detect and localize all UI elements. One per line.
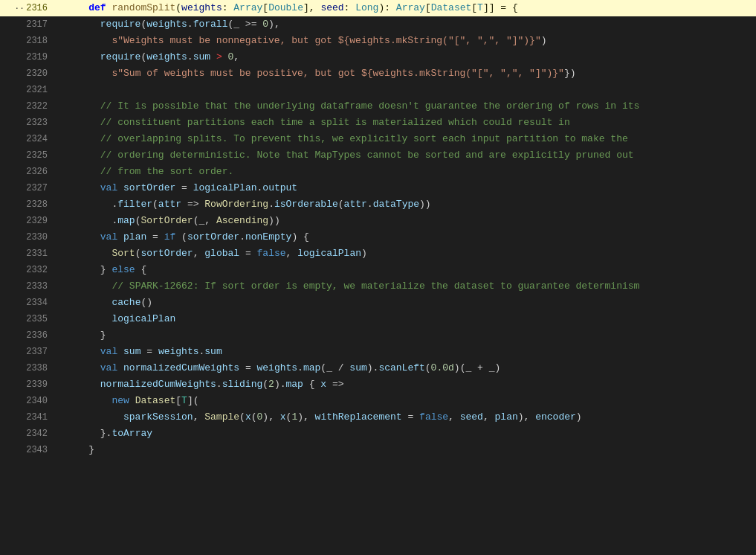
line-number-2326: 2326 bbox=[26, 164, 54, 180]
code-line-2337: 2337 val sum = weights.sum bbox=[0, 344, 756, 360]
line-gutter-2321: 2321 bbox=[0, 82, 59, 98]
line-gutter-2316: ·· 2316 bbox=[0, 0, 59, 16]
line-gutter-2327: 2327 bbox=[0, 180, 59, 196]
line-gutter-2324: 2324 bbox=[0, 131, 59, 147]
line-number-2338: 2338 bbox=[26, 360, 54, 376]
line-content-2337: val sum = weights.sum bbox=[59, 344, 756, 360]
code-line-2333: 2333 // SPARK-12662: If sort order is em… bbox=[0, 278, 756, 295]
code-editor: ·· 2316 def randomSplit(weights: Array[D… bbox=[0, 0, 756, 555]
line-content-2336: } bbox=[59, 327, 756, 344]
code-line-2319: 2319 require(weights.sum > 0, bbox=[0, 49, 756, 65]
line-gutter-2330: 2330 bbox=[0, 229, 59, 246]
line-number-2328: 2328 bbox=[26, 196, 54, 213]
line-number-2340: 2340 bbox=[26, 393, 54, 409]
line-content-2334: cache() bbox=[59, 295, 756, 311]
line-number-2316: 2316 bbox=[26, 0, 54, 16]
line-gutter-2322: 2322 bbox=[0, 98, 59, 115]
line-gutter-2334: 2334 bbox=[0, 295, 59, 311]
line-content-2320: s"Sum of weights must be positive, but g… bbox=[59, 65, 756, 82]
code-line-2326: 2326 // from the sort order. bbox=[0, 164, 756, 180]
line-content-2342: }.toArray bbox=[59, 426, 756, 442]
line-number-2334: 2334 bbox=[26, 295, 54, 311]
line-content-2335: logicalPlan bbox=[59, 311, 756, 327]
line-content-2317: require(weights.forall(_ >= 0), bbox=[59, 16, 756, 33]
line-gutter-2328: 2328 bbox=[0, 196, 59, 213]
line-content-2339: normalizedCumWeights.sliding(2).map { x … bbox=[59, 376, 756, 393]
line-number-2319: 2319 bbox=[26, 49, 54, 65]
line-gutter-2332: 2332 bbox=[0, 262, 59, 278]
code-line-2341: 2341 sparkSession, Sample(x(0), x(1), wi… bbox=[0, 409, 756, 426]
line-gutter-2335: 2335 bbox=[0, 311, 59, 327]
code-line-2330: 2330 val plan = if (sortOrder.nonEmpty) … bbox=[0, 229, 756, 246]
line-content-2330: val plan = if (sortOrder.nonEmpty) { bbox=[59, 229, 756, 246]
line-number-2330: 2330 bbox=[26, 229, 54, 246]
line-gutter-2317: 2317 bbox=[0, 16, 59, 33]
line-gutter-2326: 2326 bbox=[0, 164, 59, 180]
code-line-2338: 2338 val normalizedCumWeights = weights.… bbox=[0, 360, 756, 376]
line-gutter-2319: 2319 bbox=[0, 49, 59, 65]
code-line-2334: 2334 cache() bbox=[0, 295, 756, 311]
code-line-2328: 2328 .filter(attr => RowOrdering.isOrder… bbox=[0, 196, 756, 213]
line-gutter-2338: 2338 bbox=[0, 360, 59, 376]
line-number-2329: 2329 bbox=[26, 213, 54, 229]
line-gutter-2339: 2339 bbox=[0, 376, 59, 393]
code-line-2331: 2331 Sort(sortOrder, global = false, log… bbox=[0, 246, 756, 262]
line-content-2333: // SPARK-12662: If sort order is empty, … bbox=[59, 278, 756, 295]
line-number-2333: 2333 bbox=[26, 278, 54, 295]
line-content-2325: // ordering deterministic. Note that Map… bbox=[59, 147, 756, 164]
line-number-2341: 2341 bbox=[26, 409, 54, 426]
code-line-2324: 2324 // overlapping splits. To prevent t… bbox=[0, 131, 756, 147]
line-gutter-2331: 2331 bbox=[0, 246, 59, 262]
code-line-2343: 2343 } bbox=[0, 442, 756, 458]
line-content-2319: require(weights.sum > 0, bbox=[59, 49, 756, 65]
code-line-2321: 2321 bbox=[0, 82, 756, 98]
code-line-2317: 2317 require(weights.forall(_ >= 0), bbox=[0, 16, 756, 33]
line-content-2331: Sort(sortOrder, global = false, logicalP… bbox=[59, 246, 756, 262]
line-number-2335: 2335 bbox=[26, 311, 54, 327]
line-number-2331: 2331 bbox=[26, 246, 54, 262]
line-content-2340: new Dataset[T]( bbox=[59, 393, 756, 409]
line-number-2337: 2337 bbox=[26, 344, 54, 360]
line-number-2325: 2325 bbox=[26, 147, 54, 164]
code-line-2339: 2339 normalizedCumWeights.sliding(2).map… bbox=[0, 376, 756, 393]
code-line-2322: 2322 // It is possible that the underlyi… bbox=[0, 98, 756, 115]
line-gutter-2341: 2341 bbox=[0, 409, 59, 426]
line-gutter-2318: 2318 bbox=[0, 33, 59, 49]
dot-indicator-2316: ·· bbox=[13, 0, 26, 16]
line-number-2318: 2318 bbox=[26, 33, 54, 49]
line-number-2324: 2324 bbox=[26, 131, 54, 147]
code-line-2320: 2320 s"Sum of weights must be positive, … bbox=[0, 65, 756, 82]
line-content-2326: // from the sort order. bbox=[59, 164, 756, 180]
code-line-2335: 2335 logicalPlan bbox=[0, 311, 756, 327]
line-gutter-2323: 2323 bbox=[0, 115, 59, 131]
code-line-2325: 2325 // ordering deterministic. Note tha… bbox=[0, 147, 756, 164]
line-gutter-2325: 2325 bbox=[0, 147, 59, 164]
code-line-2329: 2329 .map(SortOrder(_, Ascending)) bbox=[0, 213, 756, 229]
line-number-2321: 2321 bbox=[26, 82, 54, 98]
code-line-2340: 2340 new Dataset[T]( bbox=[0, 393, 756, 409]
line-number-2332: 2332 bbox=[26, 262, 54, 278]
line-number-2322: 2322 bbox=[26, 98, 54, 115]
line-content-2338: val normalizedCumWeights = weights.map(_… bbox=[59, 360, 756, 376]
code-line-2336: 2336 } bbox=[0, 327, 756, 344]
line-gutter-2340: 2340 bbox=[0, 393, 59, 409]
line-content-2316: def randomSplit(weights: Array[Double], … bbox=[59, 0, 756, 16]
line-content-2332: } else { bbox=[59, 262, 756, 278]
code-line-2332: 2332 } else { bbox=[0, 262, 756, 278]
line-number-2327: 2327 bbox=[26, 180, 54, 196]
line-number-2317: 2317 bbox=[26, 16, 54, 33]
code-line-2318: 2318 s"Weights must be nonnegative, but … bbox=[0, 33, 756, 49]
line-gutter-2333: 2333 bbox=[0, 278, 59, 295]
code-line-2342: 2342 }.toArray bbox=[0, 426, 756, 442]
code-line-2327: 2327 val sortOrder = logicalPlan.output bbox=[0, 180, 756, 196]
line-gutter-2337: 2337 bbox=[0, 344, 59, 360]
line-gutter-2342: 2342 bbox=[0, 426, 59, 442]
line-content-2343: } bbox=[59, 442, 756, 458]
line-content-2329: .map(SortOrder(_, Ascending)) bbox=[59, 213, 756, 229]
line-gutter-2329: 2329 bbox=[0, 213, 59, 229]
line-number-2336: 2336 bbox=[26, 327, 54, 344]
line-gutter-2336: 2336 bbox=[0, 327, 59, 344]
line-number-2343: 2343 bbox=[26, 442, 54, 458]
line-number-2342: 2342 bbox=[26, 426, 54, 442]
code-line-2316: ·· 2316 def randomSplit(weights: Array[D… bbox=[0, 0, 756, 16]
